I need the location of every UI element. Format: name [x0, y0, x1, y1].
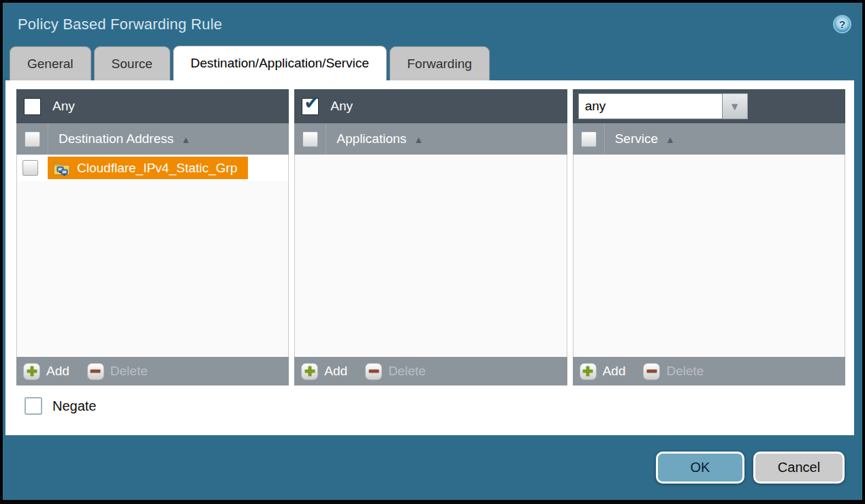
applications-list [294, 155, 567, 357]
service-combobox-input[interactable]: any [578, 93, 723, 119]
sort-ascending-icon[interactable] [414, 131, 424, 146]
destination-delete-button[interactable]: Delete [87, 363, 148, 380]
sort-ascending-icon[interactable] [181, 131, 191, 146]
header-divider [48, 123, 48, 155]
add-button-label: Add [324, 364, 347, 379]
negate-checkbox[interactable] [25, 397, 42, 415]
applications-any-checkbox[interactable] [302, 98, 319, 115]
destination-any-label: Any [52, 99, 75, 114]
delete-icon [87, 363, 104, 380]
destination-row-selection[interactable]: Cloudflare_IPv4_Static_Grp [48, 157, 248, 179]
titlebar: Policy Based Forwarding Rule [3, 3, 862, 46]
dialog-title: Policy Based Forwarding Rule [18, 16, 222, 33]
add-icon [580, 363, 597, 380]
tab-destination-application-service[interactable]: Destination/Application/Service [173, 46, 387, 80]
dialog-footer: OK Cancel [3, 435, 862, 500]
cancel-button[interactable]: Cancel [753, 452, 845, 484]
service-combobox-button[interactable] [723, 93, 748, 119]
delete-button-label: Delete [666, 364, 704, 379]
applications-footer: Add Delete [294, 357, 567, 385]
destination-column-header[interactable]: Destination Address [16, 123, 289, 155]
sort-ascending-icon[interactable] [665, 131, 675, 146]
panel-columns: Any Destination Address [16, 89, 845, 385]
tab-general[interactable]: General [10, 46, 91, 80]
destination-list-item[interactable]: Cloudflare_IPv4_Static_Grp [17, 155, 288, 181]
delete-button-label: Delete [388, 364, 426, 379]
negate-row: Negate [16, 397, 845, 415]
service-footer: Add Delete [573, 357, 845, 385]
address-group-icon [52, 160, 71, 176]
applications-header-label: Applications [336, 131, 406, 146]
tab-bar: General Source Destination/Application/S… [3, 46, 862, 80]
service-any-row: any [573, 89, 845, 123]
ok-button[interactable]: OK [656, 452, 744, 484]
destination-address-panel: Any Destination Address [16, 89, 289, 385]
service-panel: any Service Add [573, 89, 845, 385]
service-delete-button[interactable]: Delete [643, 363, 704, 380]
add-icon [23, 363, 40, 380]
applications-panel: Any Applications Add Delete [294, 89, 567, 385]
add-icon [301, 363, 318, 380]
header-divider [604, 123, 605, 155]
add-button-label: Add [46, 364, 69, 379]
tab-source[interactable]: Source [94, 46, 170, 80]
applications-delete-button[interactable]: Delete [365, 363, 426, 380]
service-list [573, 155, 845, 357]
service-combobox: any [578, 93, 748, 119]
tab-content: Any Destination Address [5, 80, 854, 435]
applications-any-row: Any [294, 89, 567, 123]
tab-forwarding[interactable]: Forwarding [390, 46, 490, 80]
destination-footer: Add Delete [16, 357, 289, 385]
delete-button-label: Delete [110, 364, 148, 379]
service-header-label: Service [615, 131, 658, 146]
negate-label: Negate [52, 398, 97, 414]
destination-select-all-checkbox[interactable] [25, 131, 40, 147]
delete-icon [365, 363, 382, 380]
delete-icon [643, 363, 660, 380]
destination-any-checkbox[interactable] [24, 98, 41, 115]
chevron-down-icon [729, 99, 740, 114]
service-add-button[interactable]: Add [580, 363, 626, 380]
destination-row-label: Cloudflare_IPv4_Static_Grp [77, 161, 238, 176]
service-column-header[interactable]: Service [573, 123, 845, 155]
applications-select-all-checkbox[interactable] [302, 131, 318, 147]
destination-any-row: Any [16, 89, 289, 123]
add-button-label: Add [603, 364, 626, 379]
destination-list: Cloudflare_IPv4_Static_Grp [16, 155, 289, 357]
help-icon[interactable] [833, 15, 851, 33]
destination-row-checkbox[interactable] [22, 160, 38, 176]
applications-column-header[interactable]: Applications [294, 123, 567, 155]
destination-add-button[interactable]: Add [23, 363, 69, 380]
policy-based-forwarding-dialog: Policy Based Forwarding Rule General Sou… [0, 0, 865, 504]
applications-any-label: Any [330, 99, 353, 114]
destination-header-label: Destination Address [59, 131, 174, 146]
service-select-all-checkbox[interactable] [581, 131, 597, 147]
header-divider [326, 123, 326, 155]
applications-add-button[interactable]: Add [301, 363, 347, 380]
